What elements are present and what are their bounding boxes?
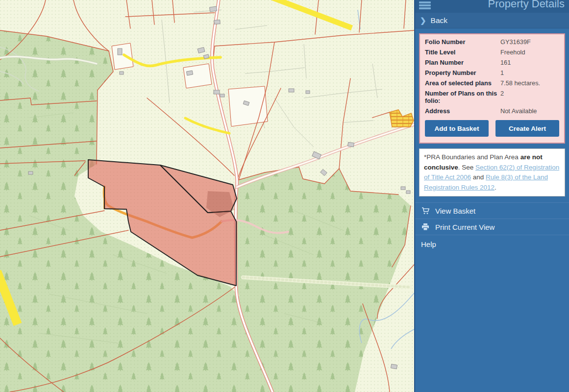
area-label: Area of selected plans <box>425 79 498 87</box>
printer-icon <box>421 223 430 231</box>
map-viewport[interactable] <box>0 0 414 392</box>
property-number-label: Property Number <box>425 69 498 76</box>
chevron-right-icon: ❯ <box>420 17 426 24</box>
address-value: Not Available <box>500 107 559 115</box>
print-current-view-label: Print Current View <box>435 223 495 231</box>
title-level-label: Title Level <box>425 49 498 56</box>
plans-count-label: Number of Plans on this folio: <box>425 90 498 104</box>
plans-count-value: 2 <box>500 90 559 104</box>
view-basket-item[interactable]: View Basket <box>415 203 569 219</box>
folio-number-label: Folio Number <box>425 38 498 46</box>
panel-menu: View Basket Print Current View Help <box>415 202 569 253</box>
back-button[interactable]: ❯ Back <box>415 13 569 28</box>
app-window: Property Details ❯ Back Folio Number GY3… <box>0 0 569 392</box>
plan-number-label: Plan Number <box>425 59 498 66</box>
property-number-value: 1 <box>500 69 559 76</box>
boundaries-disclaimer: *PRA Boundaries and Plan Area are not co… <box>419 148 565 196</box>
back-label: Back <box>431 16 447 25</box>
disclaimer-text: *PRA Boundaries and Plan Area <box>424 153 520 161</box>
add-to-basket-button[interactable]: Add to Basket <box>425 120 489 137</box>
property-details-card: Folio Number GY31639F Title Level Freeho… <box>419 33 565 144</box>
address-label: Address <box>425 107 498 115</box>
folio-number-value: GY31639F <box>500 38 559 46</box>
view-basket-label: View Basket <box>435 207 475 215</box>
title-level-value: Freehold <box>500 49 559 56</box>
cart-icon <box>421 207 430 215</box>
help-label: Help <box>421 240 436 248</box>
area-value: 7.58 hectares. <box>500 79 559 87</box>
menu-icon[interactable] <box>419 1 431 10</box>
create-alert-button[interactable]: Create Alert <box>495 120 559 137</box>
help-item[interactable]: Help <box>415 235 569 253</box>
panel-title: Property Details <box>488 0 565 10</box>
property-details-panel: Property Details ❯ Back Folio Number GY3… <box>414 0 569 392</box>
print-current-view-item[interactable]: Print Current View <box>415 219 569 235</box>
map-canvas[interactable] <box>0 0 414 392</box>
panel-header: Property Details <box>415 0 569 13</box>
plan-number-value: 161 <box>500 59 559 66</box>
